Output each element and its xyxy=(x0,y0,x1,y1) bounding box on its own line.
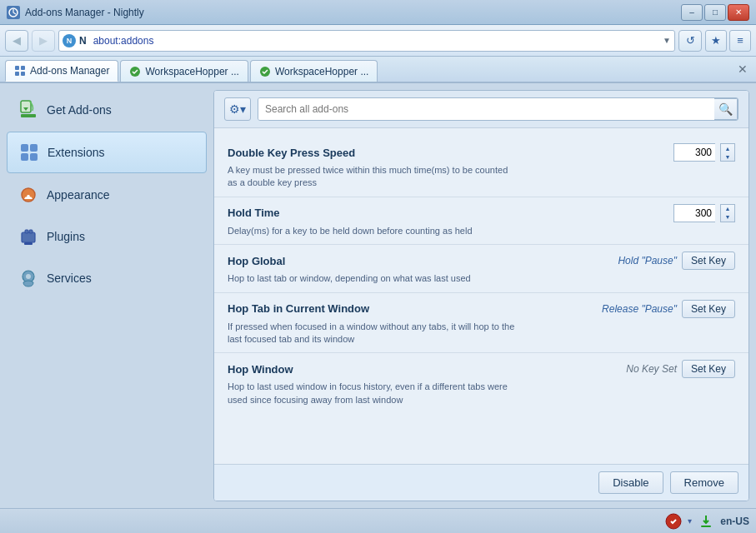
right-panel: ⚙▾ 🔍 Double Key Press Speed ▲ xyxy=(213,90,749,501)
locale-label: en-US xyxy=(720,516,749,527)
setting-title-double-key: Double Key Press Speed xyxy=(228,147,355,159)
hop-tab-set-key-button[interactable]: Set Key xyxy=(682,300,735,318)
sidebar: Get Add-ons Extensions xyxy=(7,90,207,501)
svg-rect-12 xyxy=(30,153,38,161)
setting-desc-hop-window: Hop to last used window in focus history… xyxy=(228,381,519,406)
bottom-bar: Disable Remove xyxy=(214,464,748,501)
svg-point-15 xyxy=(30,195,33,197)
setting-control-hop-global: Hold "Pause" Set Key xyxy=(618,252,735,270)
setting-desc-hop-global: Hop to last tab or window, depending on … xyxy=(228,272,519,285)
gear-button[interactable]: ⚙▾ xyxy=(224,97,251,121)
forward-button[interactable]: ▶ xyxy=(32,30,55,52)
sidebar-item-services[interactable]: Services xyxy=(7,258,207,298)
hold-time-up[interactable]: ▲ xyxy=(721,205,734,213)
setting-title-hop-global: Hop Global xyxy=(228,255,285,267)
window-title: Add-ons Manager - Nightly xyxy=(25,7,144,18)
svg-rect-2 xyxy=(21,66,25,70)
title-bar-left: Add-ons Manager - Nightly xyxy=(7,6,144,19)
close-button[interactable]: ✕ xyxy=(728,4,749,21)
setting-title-hop-tab: Hop Tab in Current Window xyxy=(228,302,369,315)
address-bar: N N ▼ xyxy=(58,30,675,52)
minimize-button[interactable]: – xyxy=(681,4,703,21)
tab-workspace-2[interactable]: WorkspaceHopper ... xyxy=(250,60,378,82)
search-bar-container: ⚙▾ 🔍 xyxy=(214,91,748,128)
setting-desc-hold-time: Delay(ms) for a key to be held down befo… xyxy=(228,225,519,237)
site-icon: N xyxy=(63,34,76,47)
double-key-speed-up[interactable]: ▲ xyxy=(721,144,734,152)
sidebar-item-get-addons[interactable]: Get Add-ons xyxy=(7,90,207,130)
refresh-button[interactable]: ↺ xyxy=(678,30,702,52)
svg-rect-11 xyxy=(21,153,28,161)
hold-time-spinners: ▲ ▼ xyxy=(720,204,735,222)
extensions-icon xyxy=(18,141,41,164)
appearance-icon xyxy=(17,183,40,207)
svg-rect-8 xyxy=(21,114,36,117)
title-bar: Add-ons Manager - Nightly – □ ✕ xyxy=(0,0,756,25)
hold-time-input[interactable] xyxy=(673,204,715,222)
setting-control-double-key: ▲ ▼ xyxy=(673,143,735,162)
svg-point-21 xyxy=(26,274,31,279)
address-brand: N xyxy=(79,35,87,47)
double-key-speed-spinners: ▲ ▼ xyxy=(720,143,735,162)
tab-workspace-1[interactable]: WorkspaceHopper ... xyxy=(120,60,248,82)
bookmarks-button[interactable]: ★ xyxy=(705,30,727,52)
svg-rect-18 xyxy=(29,230,33,233)
setting-row-hop-window: Hop Window No Key Set Set Key Hop to las… xyxy=(214,353,748,413)
search-input[interactable] xyxy=(258,98,714,120)
back-button[interactable]: ◀ xyxy=(5,30,28,52)
setting-header-hold-time: Hold Time ▲ ▼ xyxy=(228,204,735,222)
tab-addons-manager-label: Add-ons Manager xyxy=(30,65,109,77)
sidebar-item-services-label: Services xyxy=(47,271,92,285)
setting-control-hop-window: No Key Set Set Key xyxy=(626,360,735,378)
hop-tab-key-label: Release "Pause" xyxy=(602,303,677,315)
maximize-button[interactable]: □ xyxy=(704,4,726,21)
menu-button[interactable]: ≡ xyxy=(729,30,751,52)
workspace2-tab-icon xyxy=(259,66,271,77)
hop-window-set-key-button[interactable]: Set Key xyxy=(682,360,735,378)
address-input[interactable] xyxy=(93,35,659,47)
site-icon-text: N xyxy=(67,37,73,45)
svg-rect-10 xyxy=(30,144,38,152)
tab-addons-manager[interactable]: Add-ons Manager xyxy=(5,60,118,82)
navigation-bar: ◀ ▶ N N ▼ ↺ ★ ≡ xyxy=(0,25,756,57)
get-addons-icon xyxy=(17,98,40,122)
sidebar-item-plugins-label: Plugins xyxy=(47,230,85,243)
sidebar-item-extensions[interactable]: Extensions xyxy=(7,132,207,173)
window-controls: – □ ✕ xyxy=(681,4,749,21)
svg-rect-16 xyxy=(22,232,35,242)
hold-time-down[interactable]: ▼ xyxy=(721,213,734,222)
sidebar-item-appearance[interactable]: Appearance xyxy=(7,175,207,215)
setting-header-hop-window: Hop Window No Key Set Set Key xyxy=(228,360,735,378)
tabs-close-all-button[interactable]: ✕ xyxy=(734,61,751,77)
sidebar-item-extensions-label: Extensions xyxy=(48,146,104,159)
disable-button[interactable]: Disable xyxy=(598,471,663,494)
remove-button[interactable]: Remove xyxy=(670,471,738,494)
setting-title-hold-time: Hold Time xyxy=(228,207,280,219)
workspace1-tab-icon xyxy=(129,66,141,77)
sidebar-item-plugins[interactable]: Plugins xyxy=(7,217,207,257)
hop-window-no-key-label: No Key Set xyxy=(626,363,677,375)
address-dropdown-icon[interactable]: ▼ xyxy=(663,36,671,45)
svg-rect-4 xyxy=(21,72,25,76)
sidebar-item-get-addons-label: Get Add-ons xyxy=(47,103,112,117)
setting-desc-hop-tab: If pressed when focused in a window with… xyxy=(228,321,519,346)
search-icon: 🔍 xyxy=(718,102,733,116)
services-icon xyxy=(17,266,40,290)
refresh-icon: ↺ xyxy=(686,34,695,47)
gear-icon: ⚙ xyxy=(229,102,240,116)
setting-title-hop-window: Hop Window xyxy=(228,363,293,376)
main-content: Get Add-ons Extensions xyxy=(0,83,756,508)
setting-header-double-key: Double Key Press Speed ▲ ▼ xyxy=(228,143,735,162)
svg-rect-23 xyxy=(701,526,711,527)
search-bar: 🔍 xyxy=(258,97,738,121)
svg-point-14 xyxy=(25,195,28,197)
double-key-speed-input[interactable] xyxy=(673,143,715,162)
setting-row-hop-global: Hop Global Hold "Pause" Set Key Hop to l… xyxy=(214,245,748,292)
hop-global-set-key-button[interactable]: Set Key xyxy=(682,252,735,270)
svg-rect-3 xyxy=(15,72,19,76)
addons-manager-tab-icon xyxy=(14,65,26,77)
search-button[interactable]: 🔍 xyxy=(714,98,738,120)
double-key-speed-down[interactable]: ▼ xyxy=(721,152,734,161)
setting-header-hop-tab: Hop Tab in Current Window Release "Pause… xyxy=(228,300,735,318)
status-bar: ▾ en-US xyxy=(0,508,756,533)
